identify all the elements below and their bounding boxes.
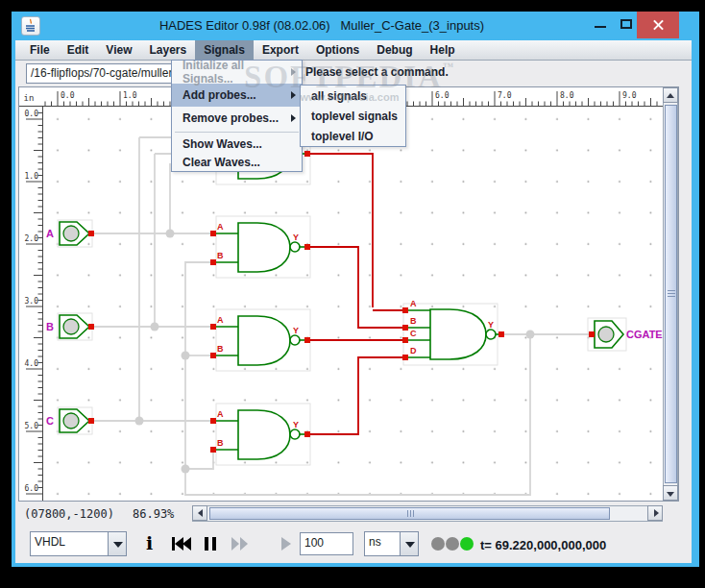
title-bar[interactable]: HADES Editor 0.98f (08.02.06) Muller_C-G… (12, 12, 699, 40)
pause-button[interactable] (204, 536, 217, 551)
svg-text:6.0: 6.0 (25, 484, 39, 493)
cursor-coordinates: (07800,-1200) (24, 507, 114, 521)
menu-item-initialize-all-signals[interactable]: Initialize all Signals... (172, 61, 302, 84)
menu-layers[interactable]: Layers (140, 40, 195, 60)
svg-text:B: B (410, 316, 417, 326)
time-unit-combobox[interactable]: ns (364, 531, 401, 556)
grid-dots (42, 107, 663, 501)
mode-combobox[interactable]: VHDL (30, 531, 109, 556)
svg-text:Y: Y (488, 320, 494, 330)
ruler-corner: in (24, 93, 35, 103)
window-title: HADES Editor 0.98f (08.02.06) Muller_C-G… (69, 12, 574, 40)
svg-text:6.0: 6.0 (435, 91, 450, 100)
minimize-button[interactable] (588, 12, 613, 38)
simulation-time-display: t= 69.220,000,000,000 (480, 538, 606, 552)
submenu-arrow-icon (291, 68, 296, 76)
toolbar: /16-flipflops/70-cgate/muller Please sel… (15, 61, 692, 87)
svg-text:CGATE: CGATE (626, 329, 663, 340)
chevron-down-icon (405, 542, 415, 548)
menu-item-show-waves[interactable]: Show Waves... (172, 135, 302, 153)
menu-view[interactable]: View (97, 40, 140, 60)
menu-item-add-probes[interactable]: Add probes... (172, 84, 302, 107)
scroll-right-button[interactable] (647, 505, 663, 521)
menu-file[interactable]: File (21, 40, 59, 60)
vertical-scrollbar[interactable] (663, 87, 678, 501)
maximize-icon (620, 19, 632, 29)
status-light-gray1 (431, 537, 445, 551)
status-row: (07800,-1200) 86.93% (15, 503, 692, 525)
svg-text:0.0: 0.0 (25, 110, 39, 118)
svg-text:A: A (217, 409, 224, 419)
simulation-control-bar: VHDL i 100 ns (15, 527, 692, 563)
mode-combobox-arrow[interactable] (108, 531, 127, 556)
output-lamp-cgate (598, 327, 614, 342)
scroll-down-button[interactable] (663, 485, 678, 501)
close-button[interactable] (637, 12, 679, 38)
menu-debug[interactable]: Debug (368, 40, 421, 60)
submenu-item-toplevel-i-o[interactable]: toplevel I/O (301, 126, 405, 146)
menu-edit[interactable]: Edit (59, 40, 98, 60)
zoom-level: 86.93% (133, 507, 174, 521)
submenu-item-toplevel-signals[interactable]: toplevel signals (301, 106, 405, 126)
scroll-left-button[interactable] (192, 505, 207, 521)
svg-text:7.0: 7.0 (498, 91, 512, 100)
svg-text:0.0: 0.0 (61, 91, 75, 100)
svg-text:B: B (217, 251, 224, 260)
svg-text:5.0: 5.0 (25, 422, 39, 430)
svg-text:1.0: 1.0 (25, 172, 39, 181)
submenu-arrow-icon (291, 91, 296, 99)
arrow-down-icon (667, 492, 674, 497)
menu-item-remove-probes[interactable]: Remove probes... (172, 107, 302, 130)
submenu-item-all-signals[interactable]: all signals (301, 86, 405, 106)
menu-separator (175, 132, 299, 133)
step-time-input[interactable]: 100 (300, 532, 353, 555)
svg-text:Y: Y (293, 233, 299, 242)
fast-forward-button-disabled[interactable] (231, 536, 249, 551)
status-light-green (460, 537, 474, 551)
svg-text:A: A (410, 299, 417, 308)
svg-text:9.0: 9.0 (622, 91, 637, 100)
svg-text:Y: Y (293, 326, 299, 335)
menu-help[interactable]: Help (422, 40, 464, 60)
submenu-arrow-icon (291, 114, 296, 122)
svg-text:8.0: 8.0 (560, 91, 574, 100)
input-switch-a[interactable] (63, 226, 79, 241)
info-button[interactable]: i (146, 532, 153, 553)
svg-text:D: D (410, 346, 417, 355)
arrow-left-icon (198, 509, 203, 517)
simulation-status-lights (430, 536, 480, 551)
desktop-background: HADES Editor 0.98f (08.02.06) Muller_C-G… (0, 0, 705, 588)
chevron-down-icon (113, 542, 123, 548)
svg-text:B: B (217, 438, 224, 448)
menu-export[interactable]: Export (254, 40, 307, 60)
svg-text:A: A (217, 315, 224, 325)
input-switch-c[interactable] (63, 413, 79, 429)
schematic-canvas[interactable]: in 0.01.02.03.04.05.06.07.08.09.0 0.01.0… (19, 87, 663, 501)
scroll-up-button[interactable] (663, 87, 678, 103)
menu-options[interactable]: Options (307, 40, 368, 60)
application-window: HADES Editor 0.98f (08.02.06) Muller_C-G… (12, 12, 699, 567)
input-switch-b[interactable] (63, 319, 79, 334)
signals-menu-popup: Initialize all Signals...Add probes...Re… (171, 60, 303, 172)
svg-text:A: A (217, 222, 224, 232)
menu-item-clear-waves[interactable]: Clear Waves... (172, 153, 302, 171)
arrow-up-icon (667, 93, 674, 98)
svg-text:C: C (46, 415, 54, 427)
run-step-button-disabled[interactable] (280, 536, 292, 551)
svg-text:Y: Y (293, 420, 299, 429)
time-unit-combobox-arrow[interactable] (400, 531, 419, 556)
command-hint-label: Please select a command. (305, 65, 449, 79)
horizontal-scroll-thumb[interactable] (209, 507, 610, 520)
rewind-to-start-button[interactable] (171, 536, 192, 551)
add-probes-submenu: all signalstoplevel signalstoplevel I/O (300, 85, 406, 147)
svg-text:3.0: 3.0 (25, 297, 39, 306)
svg-text:A: A (46, 228, 54, 239)
minimize-icon (595, 26, 606, 28)
status-light-gray2 (446, 537, 459, 551)
horizontal-scrollbar[interactable] (192, 505, 663, 522)
svg-text:B: B (46, 321, 54, 332)
vertical-scroll-thumb[interactable] (665, 105, 677, 483)
window-content: FileEditViewLayersSignalsExportOptionsDe… (15, 40, 692, 563)
svg-text:C: C (410, 329, 417, 338)
menu-signals[interactable]: Signals (195, 40, 254, 60)
